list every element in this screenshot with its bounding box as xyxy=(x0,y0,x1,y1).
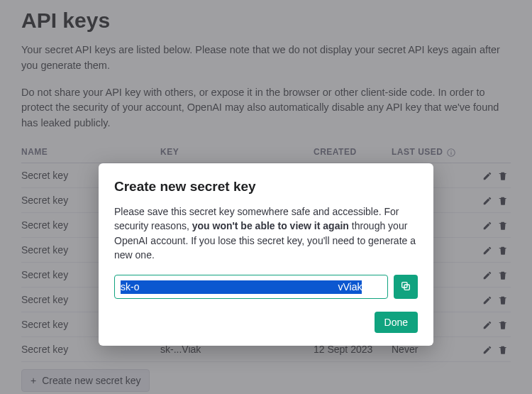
secret-key-field[interactable]: sk-ovViak xyxy=(114,275,388,299)
done-button[interactable]: Done xyxy=(375,312,418,333)
copy-icon xyxy=(400,280,411,294)
copy-key-button[interactable] xyxy=(394,275,418,299)
create-secret-key-modal: Create new secret key Please save this s… xyxy=(99,163,433,346)
modal-body: Please save this secret key somewhere sa… xyxy=(114,204,418,262)
modal-title: Create new secret key xyxy=(114,179,418,195)
modal-overlay[interactable]: Create new secret key Please save this s… xyxy=(0,0,532,394)
